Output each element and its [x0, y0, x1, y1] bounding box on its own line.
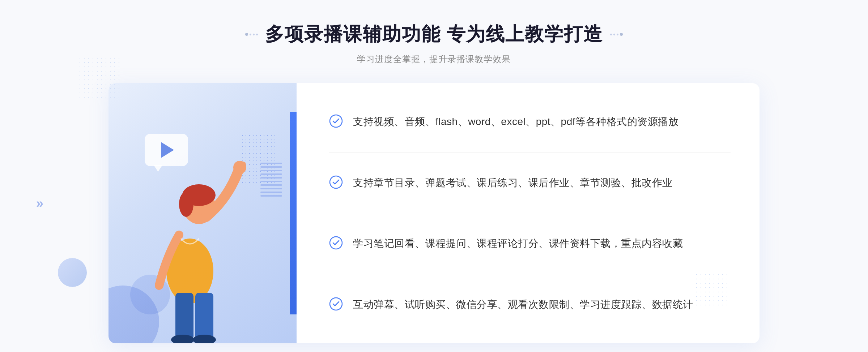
subtitle: 学习进度全掌握，提升录播课教学效果 — [245, 53, 623, 65]
separator-3 — [329, 274, 731, 274]
check-icon-4 — [329, 297, 343, 311]
feature-item-4: 互动弹幕、试听购买、微信分享、观看次数限制、学习进度跟踪、数据统计 — [329, 297, 731, 312]
svg-point-13 — [330, 298, 342, 310]
dots-pattern-left — [78, 56, 121, 99]
person-illustration — [123, 134, 260, 343]
content-card: 支持视频、音频、flash、word、excel、ppt、pdf等各种格式的资源… — [109, 83, 760, 343]
page-container: 多项录播课辅助功能 专为线上教学打造 学习进度全掌握，提升录播课教学效果 — [0, 0, 868, 352]
svg-rect-6 — [195, 293, 213, 340]
feature-text-2: 支持章节目录、弹题考试、课后练习、课后作业、章节测验、批改作业 — [353, 175, 673, 190]
svg-point-3 — [179, 192, 193, 217]
header-section: 多项录播课辅助功能 专为线上教学打造 学习进度全掌握，提升录播课教学效果 — [245, 22, 623, 65]
left-illustration — [109, 83, 297, 343]
check-icon-2 — [329, 175, 343, 189]
vertical-bar — [290, 112, 297, 314]
right-content: 支持视频、音频、flash、word、excel、ppt、pdf等各种格式的资源… — [297, 83, 760, 343]
svg-point-10 — [330, 115, 342, 127]
feature-item-3: 学习笔记回看、课程提问、课程评论打分、课件资料下载，重点内容收藏 — [329, 236, 731, 251]
check-icon-1 — [329, 114, 343, 128]
feature-item-1: 支持视频、音频、flash、word、excel、ppt、pdf等各种格式的资源… — [329, 114, 731, 129]
outer-circle-left — [58, 258, 87, 287]
outer-arrows-left: » — [36, 196, 43, 211]
stripe-decoration — [260, 163, 282, 206]
feature-text-4: 互动弹幕、试听购买、微信分享、观看次数限制、学习进度跟踪、数据统计 — [353, 297, 693, 312]
title-decorator-right — [610, 33, 623, 36]
feature-item-2: 支持章节目录、弹题考试、课后练习、课后作业、章节测验、批改作业 — [329, 175, 731, 190]
check-icon-3 — [329, 236, 343, 250]
separator-2 — [329, 213, 731, 213]
svg-point-12 — [330, 237, 342, 249]
feature-text-1: 支持视频、音频、flash、word、excel、ppt、pdf等各种格式的资源… — [353, 114, 678, 129]
title-row: 多项录播课辅助功能 专为线上教学打造 — [245, 22, 623, 47]
main-title: 多项录播课辅助功能 专为线上教学打造 — [265, 22, 603, 47]
dots-pattern-right — [694, 272, 731, 309]
svg-rect-5 — [175, 293, 193, 340]
title-decorator-left — [245, 33, 258, 36]
separator-1 — [329, 152, 731, 153]
svg-point-11 — [330, 176, 342, 188]
feature-text-3: 学习笔记回看、课程提问、课程评论打分、课件资料下载，重点内容收藏 — [353, 236, 683, 251]
